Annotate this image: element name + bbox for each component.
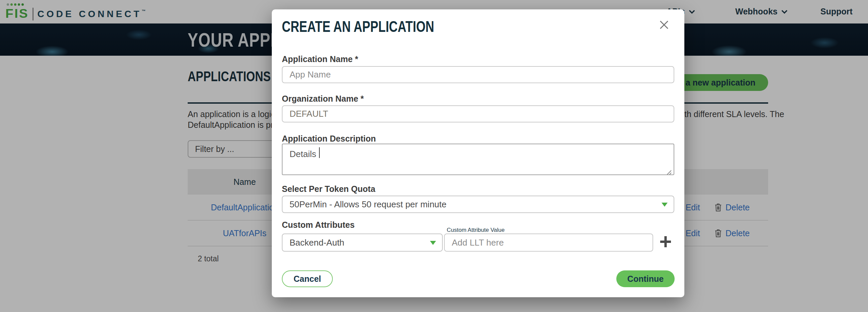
token-quota-label: Select Per Token Quota: [282, 184, 375, 194]
application-name-label: Application Name *: [282, 54, 358, 64]
organization-name-label: Organization Name *: [282, 94, 364, 104]
dropdown-triangle-icon: [661, 203, 668, 207]
organization-name-input[interactable]: [282, 105, 674, 122]
custom-attributes-label: Custom Attributes: [282, 220, 354, 230]
text-cursor: [319, 147, 320, 158]
screen: FIS CODE CONNECT™ APIs Webhooks Support …: [0, 0, 868, 312]
continue-button[interactable]: Continue: [616, 271, 675, 287]
dropdown-triangle-icon: [430, 241, 436, 245]
close-icon[interactable]: [658, 19, 670, 31]
create-application-modal: CREATE AN APPLICATION Application Name *…: [272, 9, 684, 297]
application-description-label: Application Description: [282, 134, 376, 144]
custom-attribute-value-input[interactable]: [444, 233, 653, 252]
custom-attribute-value-label: Custom Attribute Value: [447, 227, 505, 233]
application-description-textarea[interactable]: Details: [282, 144, 674, 175]
modal-title: CREATE AN APPLICATION: [282, 18, 434, 35]
token-quota-select[interactable]: 50PerMin - Allows 50 request per minute: [282, 196, 674, 213]
cancel-button[interactable]: Cancel: [282, 271, 333, 287]
custom-attributes-select[interactable]: Backend-Auth: [282, 233, 443, 252]
application-name-input[interactable]: [282, 66, 674, 83]
add-attribute-button[interactable]: +: [656, 231, 675, 252]
plus-icon: +: [659, 229, 672, 254]
